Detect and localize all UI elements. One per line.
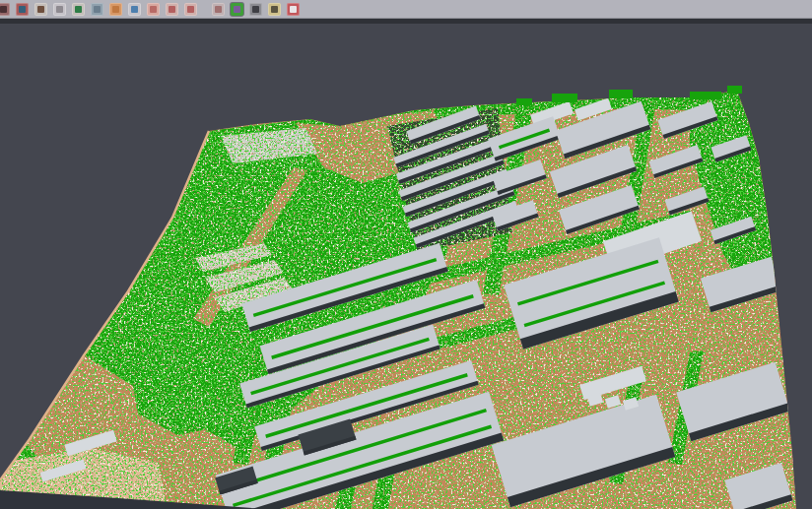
terrain-green-icon[interactable] — [72, 3, 85, 16]
rect-selection-icon[interactable] — [184, 3, 197, 16]
globe-view-icon[interactable] — [128, 3, 141, 16]
point-cloud-icon-detail — [56, 6, 63, 13]
classify-colors-icon[interactable] — [231, 3, 243, 16]
wall-panel-icon-detail — [94, 6, 101, 13]
circle-selection-icon[interactable] — [166, 3, 178, 16]
crop-region-icon-detail — [215, 6, 222, 13]
terrain-svg — [0, 0, 812, 509]
model-viewport-3d[interactable] — [0, 24, 812, 509]
terrain-scene — [0, 86, 796, 509]
main-toolbar — [0, 0, 812, 19]
terrain-green-icon-detail — [75, 6, 82, 13]
crop-region-icon[interactable] — [212, 3, 225, 16]
tree-silhouette — [516, 98, 532, 105]
measure-ruler-icon-detail — [271, 6, 278, 13]
measure-ruler-icon[interactable] — [268, 3, 281, 16]
circle-selection-icon-detail — [169, 6, 175, 13]
toolbar-underlay — [0, 19, 812, 24]
layer-list-icon-detail — [150, 6, 157, 13]
settings-gear-icon-detail — [252, 6, 259, 13]
tree-silhouette — [727, 86, 742, 94]
globe-view-icon-detail — [131, 6, 138, 13]
flag-marker-icon-detail — [290, 6, 297, 13]
tree-silhouette — [690, 92, 721, 99]
open-document-icon-detail — [0, 6, 7, 13]
layer-list-icon[interactable] — [147, 3, 160, 16]
classify-colors-icon-detail — [234, 6, 240, 13]
open-document-icon[interactable] — [0, 3, 10, 16]
flag-marker-icon[interactable] — [287, 3, 300, 16]
terrain-brown-icon-detail — [37, 6, 44, 13]
wall-panel-icon[interactable] — [91, 3, 103, 16]
terrain-content — [0, 91, 796, 509]
ortho-texture-icon-detail — [112, 6, 119, 13]
rect-selection-icon-detail — [187, 6, 194, 13]
navigation-arrows-icon[interactable] — [16, 3, 29, 16]
terrain-brown-icon[interactable] — [34, 3, 47, 16]
ortho-texture-icon[interactable] — [109, 3, 122, 16]
tree-silhouette — [609, 90, 633, 98]
tree-silhouette — [552, 94, 577, 102]
navigation-arrows-icon-detail — [19, 6, 26, 13]
point-cloud-icon[interactable] — [53, 3, 66, 16]
settings-gear-icon[interactable] — [249, 3, 262, 16]
